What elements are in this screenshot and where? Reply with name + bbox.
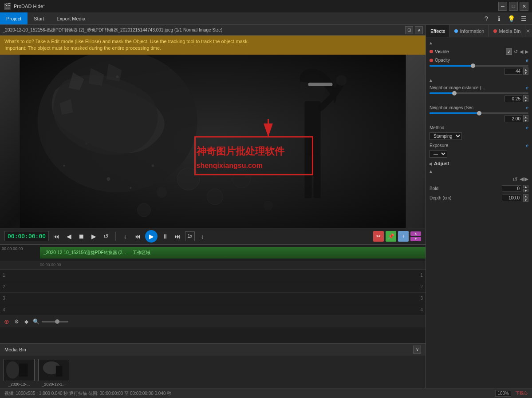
- neighbor-sec-spin-up[interactable]: ▲: [523, 115, 528, 119]
- method-label: Method: [430, 125, 524, 130]
- collapse-icon-1: ▲: [429, 40, 433, 45]
- step-left-icon[interactable]: ◀: [520, 176, 524, 183]
- depth-spin-up[interactable]: ▲: [523, 194, 528, 198]
- visible-icon-2[interactable]: ◀: [520, 49, 523, 55]
- refresh-icon[interactable]: ↺: [512, 176, 518, 183]
- titlebar-controls: ─ □ ✕: [498, 2, 528, 11]
- bold-spin-down[interactable]: ▼: [523, 189, 528, 192]
- adjust-collapse-2[interactable]: ▲: [426, 167, 532, 175]
- step-back-button[interactable]: ◀: [64, 231, 74, 241]
- zoom-slider[interactable]: [42, 321, 68, 322]
- neighbor-dist-slider-track[interactable]: [430, 92, 528, 94]
- method-dropdown[interactable]: Stamping: [430, 132, 462, 140]
- play-button[interactable]: ▶: [145, 230, 158, 243]
- track-up-icon[interactable]: ▲: [410, 231, 421, 236]
- neighbor-sec-slider-track[interactable]: [430, 112, 528, 114]
- step-right-icon[interactable]: ▶: [524, 176, 528, 183]
- neighbor-dist-value[interactable]: 0.25: [504, 96, 522, 102]
- panel-close-icon[interactable]: ✕: [526, 28, 530, 34]
- neighbor-sec-slider-thumb[interactable]: [477, 111, 481, 115]
- snap-icon[interactable]: 📌: [386, 231, 396, 242]
- timecode[interactable]: 00:00:00:00: [4, 231, 49, 241]
- adjust-header[interactable]: ◀ Adjust: [426, 159, 532, 167]
- track-settings-icon[interactable]: ⚙: [12, 318, 20, 326]
- timeline-area: 00:00:00:00 _2020-12-10_152156迅捷PDF转换器 (…: [0, 245, 426, 343]
- tab-media-bin[interactable]: Media Bin: [489, 25, 525, 37]
- zoom-slider-thumb[interactable]: [55, 319, 59, 324]
- minimize-button[interactable]: ─: [498, 2, 507, 11]
- media-bin-expand[interactable]: ∨: [413, 346, 421, 354]
- maximize-button[interactable]: □: [509, 2, 518, 11]
- expand-btn[interactable]: ∧: [415, 26, 423, 34]
- add-track-icon[interactable]: ⊕: [3, 318, 11, 326]
- neighbor-sec-slider-container: [426, 111, 532, 115]
- opacity-value-box[interactable]: 44: [504, 68, 522, 75]
- svg-rect-37: [19, 363, 28, 376]
- svg-point-13: [152, 164, 154, 167]
- neighbor-sec-spin-down[interactable]: ▼: [523, 119, 528, 122]
- stop-button[interactable]: ⏹: [76, 231, 86, 241]
- help-icon[interactable]: ?: [481, 14, 491, 24]
- opacity-slider-thumb[interactable]: [471, 64, 475, 68]
- svg-rect-29: [308, 83, 333, 86]
- in-point-button[interactable]: ↓: [120, 231, 130, 241]
- opacity-spin-up[interactable]: ▲: [523, 68, 528, 71]
- main-track-bar[interactable]: _2020-12-10_152156迅捷PDF转换器 (2... — 工作区域: [40, 247, 426, 259]
- prev-frame-button[interactable]: ⏮: [133, 231, 142, 241]
- media-thumb-1[interactable]: [4, 359, 35, 381]
- visible-icon-3[interactable]: ▶: [525, 49, 528, 55]
- adjust-label: Adjust: [434, 161, 449, 166]
- depth-value[interactable]: 100.0: [502, 195, 521, 201]
- track-down-icon[interactable]: ▼: [410, 237, 421, 241]
- next-frame-button[interactable]: ⏭: [173, 231, 182, 241]
- media-bin-title: Media Bin: [4, 347, 26, 352]
- timeline-right-icons: ✂ 📌 + ▲ ▼: [373, 231, 421, 242]
- close-button[interactable]: ✕: [520, 2, 528, 11]
- go-start-button[interactable]: ⏮: [51, 231, 61, 241]
- menu-icon[interactable]: ☰: [519, 14, 528, 24]
- opacity-info-icon: ℯ: [526, 58, 528, 63]
- menubar-left: Project Start Export Media: [0, 12, 91, 24]
- zoom-icon[interactable]: 🔍: [32, 318, 40, 326]
- tab-information[interactable]: Information: [450, 25, 489, 37]
- loop-button[interactable]: ↺: [101, 231, 111, 241]
- svg-point-12: [130, 187, 132, 189]
- exposure-dropdown[interactable]: —: [430, 150, 447, 158]
- opacity-slider-track[interactable]: [430, 65, 528, 67]
- neighbor-dist-spin-up[interactable]: ▲: [523, 95, 528, 99]
- menu-export[interactable]: Export Media: [50, 12, 91, 24]
- menu-project[interactable]: Project: [0, 12, 28, 24]
- pause-button[interactable]: ⏸: [160, 231, 170, 241]
- depth-spin-down[interactable]: ▼: [523, 198, 528, 202]
- bold-value[interactable]: 0: [502, 185, 521, 192]
- neighbor-sec-value[interactable]: 2.00: [504, 115, 522, 122]
- panel-collapse-2[interactable]: ▲: [426, 76, 532, 84]
- bulb-icon[interactable]: 💡: [506, 14, 516, 24]
- panel-collapse-1[interactable]: ▲: [426, 39, 532, 47]
- bold-spin-up[interactable]: ▲: [523, 185, 528, 188]
- app-icon: 🎬: [4, 3, 11, 10]
- titlebar-title: ProDAD Hide*: [14, 4, 45, 9]
- info-icon[interactable]: ℹ: [494, 14, 504, 24]
- visible-checkbox[interactable]: ✓: [506, 48, 512, 55]
- media-thumb-2[interactable]: [38, 359, 69, 381]
- neighbor-dist-spin-down[interactable]: ▼: [523, 99, 528, 102]
- opacity-spin-down[interactable]: ▼: [523, 71, 528, 75]
- restore-btn[interactable]: ⊡: [405, 26, 413, 34]
- step-forward-button[interactable]: ▶: [89, 231, 99, 241]
- keyframe-icon[interactable]: ◆: [22, 318, 30, 326]
- track-4-num-left: 4: [3, 307, 5, 312]
- out-point-button[interactable]: ↓: [197, 231, 207, 241]
- adjust-collapse-icon-2: ▲: [429, 169, 433, 174]
- insert-icon[interactable]: +: [398, 231, 409, 242]
- video-topbar-controls: ⊡ ∧: [405, 26, 423, 34]
- menu-start[interactable]: Start: [28, 12, 50, 24]
- speed-button[interactable]: 1x: [185, 231, 195, 241]
- visible-icon-1[interactable]: ↺: [514, 49, 518, 55]
- neighbor-dist-slider-thumb[interactable]: [452, 91, 457, 96]
- cut-icon[interactable]: ✂: [373, 231, 384, 242]
- statusbar-right: 100% 下载心: [495, 390, 528, 397]
- neighbor-sec-info: ℯ: [526, 105, 528, 110]
- right-panel: Effects Information Media Bin ✕ ▲: [426, 25, 532, 398]
- tab-effects[interactable]: Effects: [426, 25, 450, 37]
